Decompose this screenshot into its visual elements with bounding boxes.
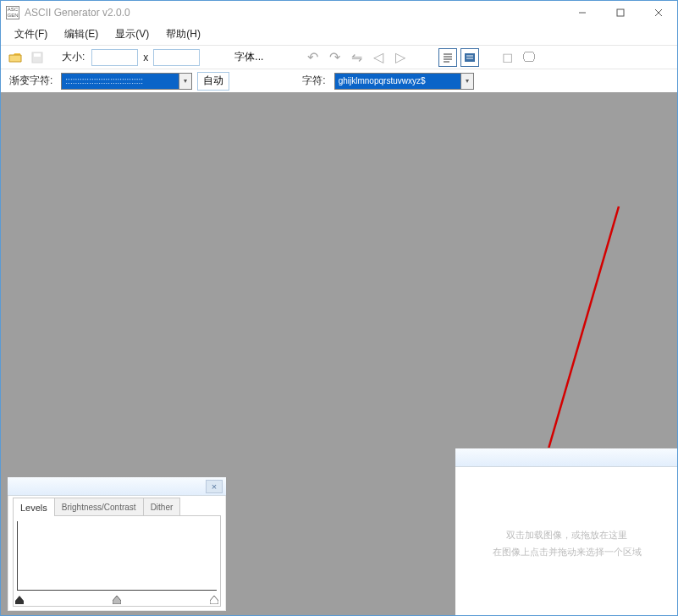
chars-label: 字符:	[302, 74, 325, 88]
svg-rect-5	[34, 53, 41, 57]
tab-dither[interactable]: Dither	[143, 498, 181, 516]
chars-combo[interactable]: ghijklmnopqrstuvwxyz$ ▾	[334, 72, 474, 91]
fit-icon: ◻	[502, 49, 513, 65]
window-buttons	[563, 1, 677, 25]
image-drop-hint: 双击加载图像，或拖放在这里 在图像上点击并拖动来选择一个区域	[455, 526, 677, 560]
gradient-chars-combo[interactable]: ::::::::::::::::::::::::::::::::: ▾	[61, 72, 192, 91]
app-window: ASCGEN ASCII Generator v2.0.0 文件(F) 编辑(E…	[0, 0, 678, 616]
levels-panel-titlebar[interactable]: ×	[8, 477, 226, 496]
title-bar[interactable]: ASCGEN ASCII Generator v2.0.0	[1, 1, 677, 25]
gradient-chars-dropdown[interactable]: ▾	[179, 73, 192, 90]
text-fill-icon	[464, 52, 476, 63]
workspace[interactable]: × Levels Brightness/Contrast Dither 双击加载…	[1, 92, 677, 615]
fit-window-button[interactable]: ◻	[498, 48, 516, 67]
next-button[interactable]: ▷	[391, 48, 410, 67]
menu-file[interactable]: 文件(F)	[6, 25, 56, 43]
window-title: ASCII Generator v2.0.0	[25, 7, 130, 19]
mid-point-handle[interactable]	[113, 596, 121, 604]
levels-tabs: Levels Brightness/Contrast Dither	[8, 496, 226, 516]
app-icon: ASCGEN	[6, 6, 19, 19]
gradient-chars-label: 渐变字符:	[9, 74, 52, 88]
drop-hint-line1: 双击加载图像，或拖放在这里	[455, 526, 677, 543]
size-height-input[interactable]	[153, 49, 200, 66]
toolbar-chars: 渐变字符: ::::::::::::::::::::::::::::::::: …	[1, 69, 677, 92]
levels-body	[13, 515, 221, 607]
tab-levels[interactable]: Levels	[13, 498, 55, 516]
chars-dropdown[interactable]: ▾	[461, 73, 474, 90]
chars-value[interactable]: ghijklmnopqrstuvwxyz$	[334, 73, 461, 90]
levels-panel[interactable]: × Levels Brightness/Contrast Dither	[7, 476, 227, 612]
triangle-right-icon: ▷	[395, 49, 405, 65]
triangle-left-icon: ◁	[373, 49, 383, 65]
size-separator: x	[143, 52, 148, 63]
open-button[interactable]	[6, 48, 25, 67]
monitor-button[interactable]: 🖵	[520, 48, 538, 67]
rotate-cw-icon: ↷	[329, 49, 340, 65]
menu-view[interactable]: 显示(V)	[107, 25, 157, 43]
histogram	[17, 521, 217, 591]
svg-rect-10	[465, 53, 475, 62]
rotate-ccw-icon: ↶	[307, 49, 318, 65]
levels-panel-close[interactable]: ×	[206, 480, 223, 493]
toolbar-main: 大小: x 字体... ↶ ↷ ⇋ ◁ ▷ ◻ 🖵	[1, 45, 677, 69]
folder-open-icon	[8, 52, 22, 63]
rotate-cw-button[interactable]: ↷	[325, 48, 344, 67]
levels-slider-track[interactable]	[15, 594, 218, 604]
image-drop-panel[interactable]: 双击加载图像，或拖放在这里 在图像上点击并拖动来选择一个区域	[455, 448, 677, 615]
monitor-icon: 🖵	[522, 50, 536, 65]
auto-button[interactable]: 自动	[197, 72, 229, 91]
flip-h-icon: ⇋	[351, 49, 362, 65]
save-icon	[31, 52, 43, 63]
drop-hint-line2: 在图像上点击并拖动来选择一个区域	[455, 543, 677, 560]
menu-edit[interactable]: 编辑(E)	[56, 25, 107, 43]
close-button[interactable]	[639, 1, 677, 25]
menu-help[interactable]: 帮助(H)	[157, 25, 209, 43]
flip-h-button[interactable]: ⇋	[347, 48, 366, 67]
font-button[interactable]: 字体...	[227, 48, 271, 67]
white-point-handle[interactable]	[210, 596, 218, 604]
text-align-icon	[442, 52, 454, 63]
size-width-input[interactable]	[91, 49, 138, 66]
align-left-button[interactable]	[438, 48, 457, 67]
gradient-chars-value[interactable]: :::::::::::::::::::::::::::::::::	[61, 73, 179, 90]
maximize-button[interactable]	[601, 1, 639, 25]
svg-rect-1	[617, 9, 624, 16]
prev-button[interactable]: ◁	[369, 48, 388, 67]
size-label: 大小:	[62, 50, 85, 64]
tab-brightness-contrast[interactable]: Brightness/Contrast	[54, 498, 144, 516]
rotate-ccw-button[interactable]: ↶	[303, 48, 322, 67]
menu-bar: 文件(F) 编辑(E) 显示(V) 帮助(H)	[1, 25, 677, 45]
image-drop-titlebar[interactable]	[455, 448, 677, 467]
save-button[interactable]	[28, 48, 47, 67]
align-center-button[interactable]	[460, 48, 479, 67]
black-point-handle[interactable]	[15, 596, 24, 604]
minimize-button[interactable]	[563, 1, 601, 25]
